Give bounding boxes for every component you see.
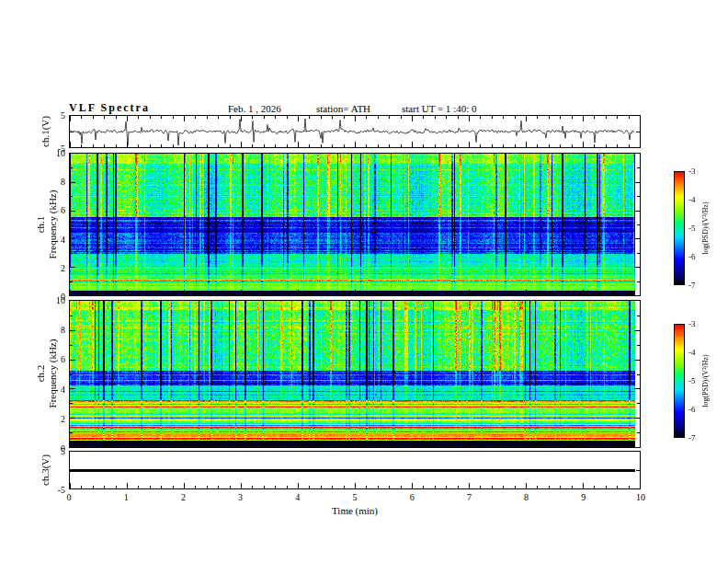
axis-tick (321, 144, 322, 147)
axis-tick (218, 144, 219, 147)
axis-tick (446, 116, 447, 119)
axis-tick (252, 444, 253, 447)
axis-tick (549, 486, 550, 488)
axis-tick (594, 444, 595, 447)
axis-tick (93, 486, 94, 488)
axis-tick (640, 116, 641, 121)
ch2-spectrogram-panel (69, 300, 641, 448)
axis-tick (526, 483, 527, 488)
axis-tick (549, 444, 550, 447)
axis-tick (378, 486, 379, 488)
axis-tick (207, 486, 208, 488)
colorbar-tick-label: -3 (688, 167, 696, 176)
axis-tick (526, 290, 527, 295)
axis-tick (116, 293, 117, 295)
axis-tick (173, 116, 174, 119)
axis-tick (150, 116, 151, 119)
axis-tick (104, 144, 105, 147)
axis-tick (537, 293, 538, 295)
colorbar1-axis-label: log(PSD)/(V²/Hz) (701, 201, 710, 255)
axis-tick (526, 142, 527, 147)
axis-tick (127, 290, 128, 295)
axis-tick (560, 444, 561, 447)
y-tick-label: 5 (61, 446, 65, 456)
y-tick-label: 6 (61, 354, 65, 364)
axis-tick (617, 486, 618, 488)
axis-tick (127, 142, 128, 147)
ch3-voltage-axis-label: ch.3(V) (40, 454, 51, 486)
axis-tick (560, 293, 561, 295)
axis-tick (218, 293, 219, 295)
axis-tick (617, 116, 618, 119)
axis-tick (195, 486, 196, 488)
axis-tick (355, 483, 356, 488)
axis-tick (636, 470, 640, 471)
axis-tick (446, 144, 447, 147)
y-tick-label: 8 (61, 177, 65, 187)
axis-tick (423, 116, 424, 119)
axis-tick (634, 182, 640, 183)
axis-tick (446, 486, 447, 488)
axis-tick (93, 444, 94, 447)
axis-tick (526, 442, 527, 447)
axis-tick (583, 442, 584, 447)
axis-tick (355, 116, 356, 121)
axis-tick (116, 144, 117, 147)
axis-tick (218, 486, 219, 488)
axis-tick (70, 211, 75, 212)
axis-tick (309, 444, 310, 447)
axis-tick (321, 486, 322, 488)
axis-tick (366, 144, 367, 147)
ch2-spectrogram-canvas (70, 301, 635, 447)
axis-tick (127, 483, 128, 488)
axis-tick (606, 486, 607, 488)
y-tick-label: 10 (56, 148, 65, 158)
axis-tick (492, 293, 493, 295)
axis-tick (389, 144, 390, 147)
axis-tick (549, 293, 550, 295)
axis-tick (70, 267, 75, 268)
axis-tick (560, 144, 561, 147)
colorbar-tick-label: -4 (688, 348, 696, 357)
axis-tick (173, 144, 174, 147)
axis-tick (549, 116, 550, 119)
ch3-flatline (70, 469, 635, 472)
axis-tick (629, 144, 630, 147)
axis-tick (637, 432, 640, 433)
axis-tick (252, 116, 253, 119)
axis-tick (503, 116, 504, 119)
axis-tick (241, 116, 242, 121)
axis-tick (401, 486, 402, 488)
axis-tick (321, 444, 322, 447)
axis-tick (138, 486, 139, 488)
axis-tick (515, 486, 516, 488)
axis-tick (332, 444, 333, 447)
axis-tick (195, 116, 196, 119)
axis-tick (634, 267, 640, 268)
x-tick-label: 6 (410, 492, 415, 502)
axis-tick (401, 444, 402, 447)
axis-tick (469, 442, 470, 447)
x-tick-label: 3 (238, 492, 243, 502)
axis-tick (640, 483, 641, 488)
axis-tick (275, 486, 276, 488)
axis-tick (93, 144, 94, 147)
axis-tick (81, 116, 82, 119)
axis-tick (401, 144, 402, 147)
axis-tick (70, 253, 73, 254)
axis-tick (423, 144, 424, 147)
axis-tick (423, 444, 424, 447)
axis-tick (70, 374, 73, 375)
axis-tick (634, 238, 640, 239)
x-tick-label: 9 (581, 492, 586, 502)
axis-tick (70, 360, 75, 361)
axis-tick (207, 444, 208, 447)
axis-tick (629, 293, 630, 295)
axis-tick (583, 483, 584, 488)
axis-tick (161, 144, 162, 147)
axis-tick (469, 142, 470, 147)
axis-tick (264, 144, 265, 147)
axis-tick (435, 444, 436, 447)
colorbar1 (674, 171, 685, 285)
y-tick-label: 4 (61, 234, 65, 244)
